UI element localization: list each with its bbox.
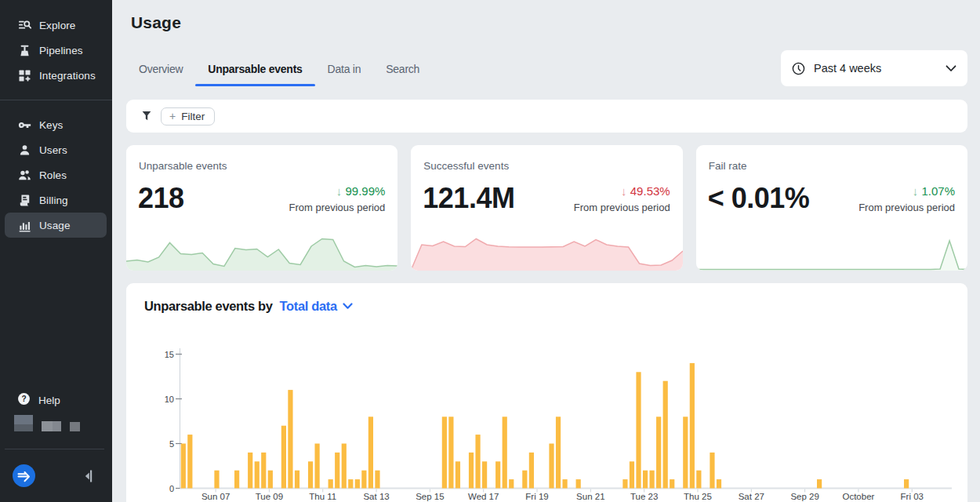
stat-card-delta: ↓ 99.99%: [289, 184, 386, 198]
sidebar-divider: [0, 100, 112, 100]
bar: [683, 417, 688, 488]
x-tick-label: Sun 21: [576, 492, 604, 501]
sidebar-item-keys[interactable]: Keys: [5, 112, 107, 137]
chart-dimension-select[interactable]: Total data: [280, 299, 353, 314]
bar: [576, 479, 581, 488]
arrow-down-icon: ↓: [336, 184, 343, 198]
bar: [630, 461, 634, 488]
y-tick-label: 15: [165, 350, 174, 359]
sidebar-item-label: Billing: [39, 195, 68, 206]
tab-data-in[interactable]: Data in: [315, 59, 374, 86]
date-range-select[interactable]: Past 4 weeks: [781, 50, 967, 86]
arrow-right-logo[interactable]: [13, 464, 35, 487]
sidebar-item-label: Usage: [39, 220, 71, 231]
tab-unparsable-events[interactable]: Unparsable events: [195, 59, 314, 86]
workspace-thumbnail: [42, 421, 61, 431]
bar: [308, 461, 313, 488]
chart-title: Unparsable events by: [144, 299, 273, 314]
sidebar-item-usage[interactable]: Usage: [5, 213, 107, 238]
bar: [214, 471, 219, 489]
bar: [342, 444, 347, 489]
x-tick-label: Fri 03: [901, 492, 924, 501]
bar: [448, 417, 453, 488]
bar: [710, 453, 714, 489]
x-tick-label: Sep 15: [416, 492, 444, 501]
bar: [522, 471, 527, 489]
sparkline: [126, 222, 397, 271]
chevron-down-icon: [343, 303, 353, 310]
bar: [717, 479, 721, 488]
bar: [670, 479, 674, 488]
app-root: ExplorePipelinesIntegrationsKeysUsersRol…: [0, 0, 980, 502]
bar: [361, 471, 366, 489]
explore-icon: [18, 19, 31, 32]
stat-card-delta: ↓ 49.53%: [574, 184, 670, 198]
bar: [556, 417, 561, 488]
bar: [622, 479, 627, 488]
y-tick-label: 0: [169, 484, 174, 493]
bar: [368, 417, 373, 488]
stat-card-note: From previous period: [858, 202, 955, 213]
sidebar-item-users[interactable]: Users: [5, 137, 107, 162]
tab-search[interactable]: Search: [373, 59, 432, 86]
bar: [288, 390, 292, 488]
help-button[interactable]: ? Help: [0, 388, 112, 412]
y-tick-label: 5: [169, 439, 174, 449]
tab-overview[interactable]: Overview: [126, 59, 195, 86]
funnel-icon: [142, 111, 151, 122]
help-label: Help: [38, 395, 60, 406]
arrow-down-icon: ↓: [621, 184, 627, 198]
bar: [335, 453, 339, 489]
sidebar-item-label: Pipelines: [39, 45, 83, 56]
bar: [442, 417, 447, 488]
stat-card-label: Unparsable events: [139, 160, 385, 172]
bar: [255, 461, 260, 488]
bar: [817, 479, 822, 488]
sidebar-item-integrations[interactable]: Integrations: [5, 63, 107, 88]
collapse-sidebar-icon[interactable]: [85, 469, 93, 483]
y-tick-label: 10: [165, 395, 174, 404]
bar: [549, 444, 554, 489]
sidebar-item-label: Roles: [39, 169, 67, 181]
chevron-down-icon: [946, 65, 956, 72]
help-icon: ?: [17, 392, 31, 409]
main-content: Usage OverviewUnparsable eventsData inSe…: [112, 0, 980, 502]
bar: [509, 479, 514, 488]
pipelines-icon: [18, 44, 31, 57]
user-icon: [18, 144, 31, 157]
bar: [315, 444, 320, 489]
svg-text:?: ?: [21, 395, 26, 403]
sidebar: ExplorePipelinesIntegrationsKeysUsersRol…: [0, 0, 112, 502]
bar: [469, 453, 474, 489]
sidebar-item-pipelines[interactable]: Pipelines: [5, 38, 107, 63]
stat-card-note: From previous period: [289, 202, 386, 213]
bar-chart-icon: [18, 219, 31, 232]
bar: [529, 453, 534, 489]
stat-card-note: From previous period: [574, 202, 670, 213]
stat-card-successful-events: Successful events 121.4M ↓ 49.53% From p…: [411, 145, 682, 271]
filter-bar: + Filter: [126, 100, 967, 133]
bar: [904, 479, 909, 488]
sidebar-nav: ExplorePipelinesIntegrationsKeysUsersRol…: [0, 0, 112, 238]
bar: [650, 471, 655, 489]
x-tick-label: Thu 11: [309, 492, 336, 501]
bar: [690, 363, 695, 489]
bar: [295, 471, 299, 489]
sidebar-item-billing[interactable]: Billing: [5, 187, 107, 213]
stat-card-label: Fail rate: [709, 160, 955, 172]
add-filter-button[interactable]: + Filter: [161, 107, 215, 126]
sidebar-item-explore[interactable]: Explore: [5, 13, 107, 38]
key-icon: [18, 118, 31, 132]
chart-dimension-label: Total data: [280, 299, 337, 314]
bar: [355, 479, 360, 488]
bar: [261, 453, 266, 489]
plus-icon: +: [169, 110, 176, 122]
x-tick-label: Sat 13: [363, 492, 389, 501]
bar: [248, 453, 252, 489]
bar: [475, 435, 480, 488]
bar: [234, 471, 239, 489]
bar: [562, 479, 567, 488]
sidebar-item-roles[interactable]: Roles: [5, 162, 107, 187]
integrations-icon: [18, 69, 31, 82]
stat-cards: Unparsable events 218 ↓ 99.99% From prev…: [126, 145, 967, 271]
